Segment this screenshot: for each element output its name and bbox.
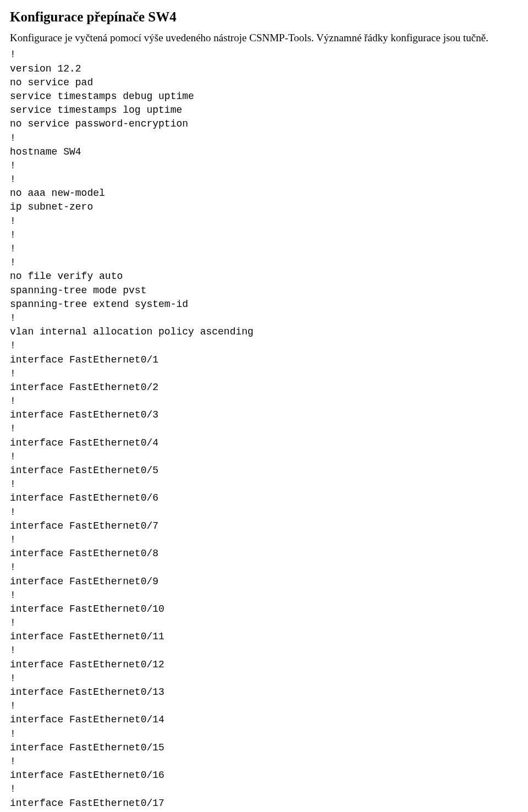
intro-text: Konfigurace je vyčtená pomocí výše uvede… — [10, 31, 518, 45]
page-title: Konfigurace přepínače SW4 — [10, 8, 518, 26]
config-block: ! version 12.2 no service pad service ti… — [10, 48, 518, 812]
